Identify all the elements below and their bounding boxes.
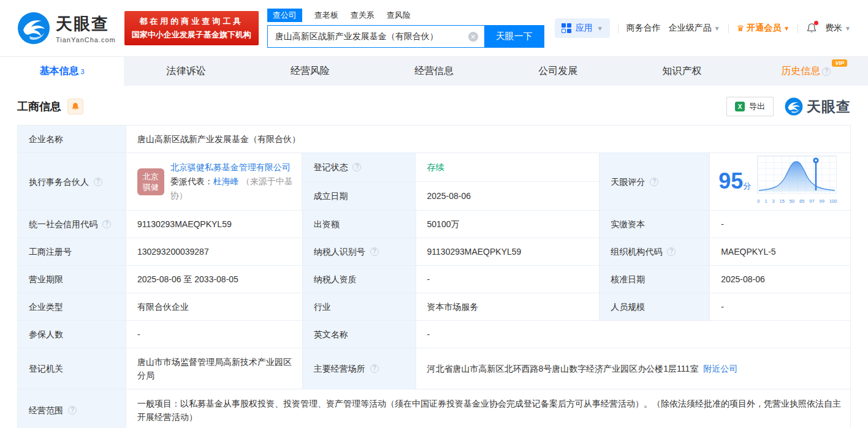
business-info-table: 企业名称 唐山高新区战新产业发展基金（有限合伙） 执行事务合伙人? 北京 骐健 …	[17, 125, 851, 428]
business-term-value: 2025-08-06 至 2033-08-05	[126, 266, 303, 293]
search-tab-relation[interactable]: 查关系	[351, 9, 375, 22]
tab-operating-risk[interactable]: 经营风险	[248, 57, 372, 86]
search-input[interactable]	[267, 25, 484, 48]
tab-label: 知识产权	[663, 65, 702, 78]
search-tab-company[interactable]: 查公司	[267, 9, 302, 22]
help-icon[interactable]: ?	[68, 406, 77, 415]
approval-date-value: 2025-08-06	[710, 266, 851, 293]
clear-icon[interactable]: ✕	[468, 32, 478, 42]
search-tab-risk[interactable]: 查风险	[387, 9, 411, 22]
table-row: 企业类型 有限合伙企业 行业 资本市场服务 人员规模 -	[18, 293, 851, 321]
field-label: 登记机关	[18, 348, 126, 389]
chevron-down-icon: ▼	[783, 25, 790, 32]
open-vip-button[interactable]: ♛ 开通会员 ▼	[737, 23, 790, 34]
notifications-bell[interactable]	[806, 23, 817, 34]
reg-number-value: 130293200039287	[126, 238, 303, 266]
table-row: 参保人数 - 英文名称 -	[18, 321, 851, 348]
credit-code-value: 91130293MAEQPKYL59	[126, 211, 303, 238]
table-row: 执行事务合伙人? 北京 骐健 北京骐健私募基金管理有限公司 委派代表：杜海峰 （…	[18, 153, 851, 211]
field-label: 企业类型	[18, 293, 126, 321]
field-label: 登记状态?	[302, 153, 416, 182]
watermark-logo: 天眼查	[785, 97, 851, 116]
tab-label: 经营风险	[291, 65, 330, 78]
tab-company-development[interactable]: 公司发展	[496, 57, 620, 86]
field-label: 天眼评分?	[600, 153, 710, 211]
nav-enterprise-products[interactable]: 企业级产品 ▼	[669, 23, 720, 34]
staff-size-value: -	[710, 293, 851, 321]
score-value: 95	[718, 168, 743, 193]
search-button[interactable]: 天眼一下	[484, 25, 544, 48]
chevron-down-icon: ▼	[845, 25, 851, 32]
field-label: 纳税人资质	[303, 266, 416, 293]
tab-label: 公司发展	[538, 65, 577, 78]
apps-label: 应用	[576, 23, 593, 34]
top-nav: 应用 ▼ 商务合作 企业级产品 ▼ ♛ 开通会员 ▼ 费米 ▼	[555, 18, 851, 38]
field-label: 出资额	[303, 211, 416, 238]
table-row: 企业名称 唐山高新区战新产业发展基金（有限合伙）	[18, 126, 851, 153]
monitor-bell-button[interactable]	[67, 99, 83, 115]
industry-value: 资本市场服务	[416, 293, 600, 321]
org-code-value: MAEQPKYL-5	[710, 238, 851, 266]
help-icon[interactable]: ?	[822, 67, 831, 76]
field-label: 参保人数	[18, 321, 126, 348]
tab-label: 基本信息	[40, 65, 79, 78]
partner-avatar[interactable]: 北京 骐健	[137, 168, 164, 195]
bell-icon	[71, 102, 80, 111]
table-row: 营业期限 2025-08-06 至 2033-08-05 纳税人资质 - 核准日…	[18, 266, 851, 293]
apps-grid-icon	[562, 23, 571, 33]
delegate-name-link[interactable]: 杜海峰	[213, 176, 239, 186]
field-label: 执行事务合伙人?	[18, 153, 126, 211]
help-icon[interactable]: ?	[650, 178, 658, 186]
user-menu[interactable]: 费米 ▼	[825, 23, 851, 34]
crown-icon: ♛	[737, 23, 745, 33]
apps-menu-button[interactable]: 应用 ▼	[555, 18, 610, 38]
slogan-line-1: 都在用的商业查询工具	[132, 16, 251, 27]
tianyancha-logo[interactable]: 天眼查 TianYanCha.com	[17, 12, 116, 45]
help-icon[interactable]: ?	[370, 364, 379, 373]
field-label: 行业	[303, 293, 416, 321]
search-tab-boss[interactable]: 查老板	[314, 9, 338, 22]
registration-status-value: 存续	[416, 153, 600, 182]
field-label: 经营范围?	[18, 389, 126, 428]
tab-basic-info[interactable]: 基本信息 3	[0, 57, 124, 86]
field-label: 实缴资本	[600, 211, 710, 238]
vip-label: 开通会员	[747, 23, 781, 34]
help-icon[interactable]: ?	[352, 163, 361, 171]
company-name-value: 唐山高新区战新产业发展基金（有限合伙）	[126, 126, 851, 153]
company-type-value: 有限合伙企业	[126, 293, 303, 321]
insured-count-value: -	[126, 321, 303, 348]
help-icon[interactable]: ?	[102, 220, 111, 228]
partner-company-link[interactable]: 北京骐健私募基金管理有限公司	[170, 162, 291, 172]
tab-legal-proceedings[interactable]: 法律诉讼	[124, 57, 248, 86]
export-button[interactable]: X 导出	[726, 97, 774, 116]
tab-label: 法律诉讼	[166, 65, 205, 78]
tab-operating-info[interactable]: 经营信息	[372, 57, 496, 86]
field-label: 纳税人识别号?	[303, 238, 416, 266]
logo-swirl-icon	[17, 12, 50, 45]
field-label: 企业名称	[18, 126, 126, 153]
nav-business-cooperation[interactable]: 商务合作	[626, 23, 661, 34]
field-label: 组织机构代码?	[600, 238, 710, 266]
page-tab-bar: 基本信息 3 法律诉讼 经营风险 经营信息 公司发展 知识产权 VIP 历史信息…	[0, 56, 868, 86]
score-axis: 0131550859799100	[757, 195, 837, 208]
top-header: 天眼查 TianYanCha.com 都在用的商业查询工具 国家中小企业发展子基…	[0, 0, 868, 56]
notification-dot	[814, 21, 818, 25]
section-header: 工商信息 X 导出 天眼查	[0, 86, 868, 125]
tab-intellectual-property[interactable]: 知识产权	[620, 57, 744, 86]
nearby-companies-link[interactable]: 附近公司	[703, 364, 737, 374]
logo-domain-text: TianYanCha.com	[56, 36, 116, 43]
divider	[728, 24, 729, 33]
nav-enterprise-label: 企业级产品	[669, 23, 712, 34]
help-icon[interactable]: ?	[94, 178, 102, 186]
help-icon[interactable]: ?	[370, 247, 379, 256]
table-row: 登记机关 唐山市市场监督管理局高新技术产业园区分局 主要经营场所? 河北省唐山市…	[18, 348, 851, 389]
vip-badge: VIP	[832, 59, 847, 67]
delegate-prefix: 委派代表：	[170, 176, 213, 186]
english-name-value: -	[416, 321, 851, 348]
tab-label: 经营信息	[414, 65, 454, 78]
tab-history-info[interactable]: VIP 历史信息 ?	[744, 57, 868, 86]
table-row: 经营范围? 一般项目：以私募基金从事股权投资、投资管理、资产管理等活动（须在中国…	[18, 389, 851, 428]
field-label: 工商注册号	[18, 238, 126, 266]
chevron-down-icon: ▼	[714, 25, 720, 32]
help-icon[interactable]: ?	[667, 247, 676, 256]
